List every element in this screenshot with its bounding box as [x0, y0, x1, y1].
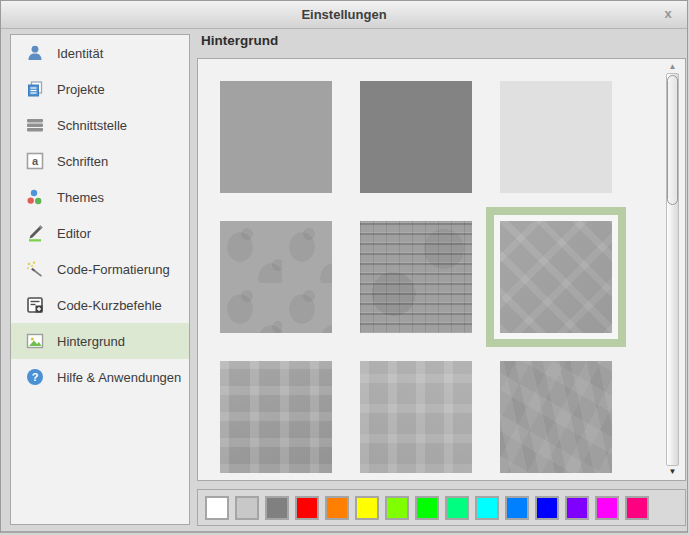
background-thumbnail[interactable]	[500, 361, 612, 473]
sidebar-item-label: Identität	[57, 46, 103, 61]
magic-wand-icon	[25, 260, 44, 279]
sidebar-item-editor[interactable]: Editor	[11, 215, 189, 251]
thumbnail-grid	[220, 81, 612, 473]
sidebar-item-themes[interactable]: Themes	[11, 179, 189, 215]
scroll-up-icon[interactable]: ▲	[665, 62, 680, 72]
settings-sidebar: Identität Projekte Schnittstelle a Schri…	[10, 34, 190, 525]
background-thumbnail-panel: ▲ ▼	[197, 58, 686, 481]
letter-a-icon: a	[25, 152, 44, 171]
color-swatch-violet[interactable]	[565, 496, 589, 520]
color-swatch-orange[interactable]	[325, 496, 349, 520]
vertical-scrollbar: ▲ ▼	[665, 61, 680, 478]
sidebar-item-schnittstelle[interactable]: Schnittstelle	[11, 107, 189, 143]
documents-icon	[25, 80, 44, 99]
bars-icon	[25, 116, 44, 135]
color-dots-icon	[25, 188, 44, 207]
sidebar-item-code-kurzbefehle[interactable]: Code-Kurzbefehle	[11, 287, 189, 323]
sidebar-item-projekte[interactable]: Projekte	[11, 71, 189, 107]
snippet-plus-icon	[25, 296, 44, 315]
sidebar-item-label: Schriften	[57, 154, 108, 169]
scrollbar-thumb[interactable]	[667, 75, 678, 205]
titlebar: Einstellungen x	[1, 1, 687, 29]
sidebar-item-label: Editor	[57, 226, 91, 241]
thumbnail-solid-medium-gray	[220, 81, 332, 193]
color-swatch-azure[interactable]	[505, 496, 529, 520]
question-circle-icon: ?	[25, 368, 44, 387]
window-title: Einstellungen	[1, 7, 687, 22]
sidebar-item-label: Schnittstelle	[57, 118, 127, 133]
scrollbar-track[interactable]	[666, 73, 679, 466]
background-thumbnail-selected[interactable]	[500, 221, 612, 333]
sidebar-item-hintergrund[interactable]: Hintergrund	[11, 323, 189, 359]
pencil-icon	[25, 224, 44, 243]
color-swatch-blue[interactable]	[535, 496, 559, 520]
background-thumbnail[interactable]	[360, 361, 472, 473]
sidebar-item-label: Code-Formatierung	[57, 262, 170, 277]
color-swatch-pink[interactable]	[625, 496, 649, 520]
sidebar-item-identitaet[interactable]: Identität	[11, 35, 189, 71]
background-thumbnail[interactable]	[220, 81, 332, 193]
thumbnail-confetti-pattern	[500, 361, 612, 473]
page-title: Hintergrund	[201, 33, 278, 48]
color-swatch-red[interactable]	[295, 496, 319, 520]
sidebar-item-label: Hintergrund	[57, 334, 125, 349]
color-swatch-green[interactable]	[415, 496, 439, 520]
color-swatch-dark-gray[interactable]	[265, 496, 289, 520]
background-thumbnail[interactable]	[360, 81, 472, 193]
thumbnail-diagonal-maze-pattern	[500, 221, 612, 333]
color-swatch-cyan[interactable]	[475, 496, 499, 520]
color-swatch-chartreuse[interactable]	[385, 496, 409, 520]
color-swatch-light-gray[interactable]	[235, 496, 259, 520]
color-swatch-white[interactable]	[205, 496, 229, 520]
color-swatch-bar	[197, 489, 686, 526]
sidebar-item-hilfe-anwendungen[interactable]: ? Hilfe & Anwendungen	[11, 359, 189, 395]
close-icon[interactable]: x	[660, 6, 676, 22]
thumbnail-bird-pattern	[220, 221, 332, 333]
background-thumbnail[interactable]	[360, 221, 472, 333]
sidebar-item-schriften[interactable]: a Schriften	[11, 143, 189, 179]
color-swatch-magenta[interactable]	[595, 496, 619, 520]
color-swatch-spring-green[interactable]	[445, 496, 469, 520]
background-thumbnail[interactable]	[500, 81, 612, 193]
sidebar-item-label: Projekte	[57, 82, 105, 97]
thumbnail-solid-dark-gray	[360, 81, 472, 193]
color-swatch-yellow[interactable]	[355, 496, 379, 520]
thumbnail-maze-pattern	[220, 361, 332, 473]
thumbnail-maze-pattern-light	[360, 361, 472, 473]
svg-text:a: a	[31, 155, 38, 167]
image-icon	[25, 332, 44, 351]
thumbnail-solid-light-gray	[500, 81, 612, 193]
sidebar-item-label: Code-Kurzbefehle	[57, 298, 162, 313]
background-thumbnail[interactable]	[220, 361, 332, 473]
svg-text:?: ?	[31, 371, 38, 383]
thumbnail-brick-pattern	[360, 221, 472, 333]
sidebar-item-code-formatierung[interactable]: Code-Formatierung	[11, 251, 189, 287]
settings-window: Einstellungen x Identität Projekte Schni…	[0, 0, 688, 533]
background-thumbnail[interactable]	[220, 221, 332, 333]
sidebar-item-label: Themes	[57, 190, 104, 205]
person-icon	[25, 44, 44, 63]
sidebar-item-label: Hilfe & Anwendungen	[57, 370, 181, 385]
scroll-down-icon[interactable]: ▼	[665, 467, 680, 477]
